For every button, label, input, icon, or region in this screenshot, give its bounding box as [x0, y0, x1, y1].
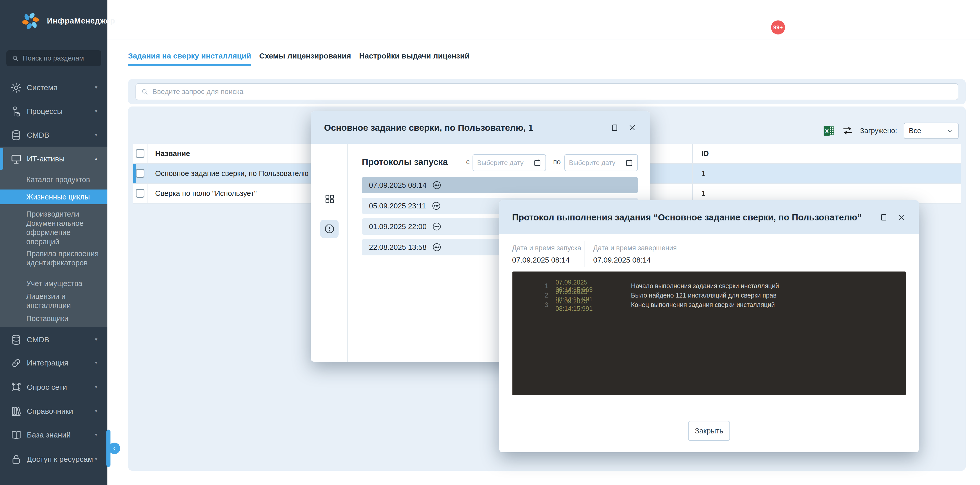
svg-text:X: X: [825, 128, 829, 134]
date-from-input[interactable]: [473, 154, 546, 171]
sidebar-subitem-postavshchiki[interactable]: Поставщики: [0, 311, 107, 326]
chevron-down-icon: ▼: [94, 384, 98, 390]
log-message: Было найдено 121 инсталляций для сверки …: [631, 292, 776, 299]
alert-octagon-icon[interactable]: [320, 220, 339, 238]
sidebar-item-spravochniki[interactable]: Справочники ▼: [0, 399, 107, 423]
monitor-icon: [10, 153, 22, 165]
sidebar-subitem-uchet-imushchestva[interactable]: Учет имущества: [0, 276, 107, 291]
select-all-checkbox[interactable]: [136, 149, 145, 158]
loaded-filter-value: Все: [909, 127, 921, 135]
protocols-section-title: Протоколы запуска: [362, 157, 448, 167]
start-datetime-value: 07.09.2025 08:14: [512, 256, 570, 264]
sidebar-subitem-zhiznennye-cikly[interactable]: Жизненные циклы: [0, 190, 107, 204]
sidebar-item-baza-znaniy[interactable]: База знаний ▼: [0, 423, 107, 447]
collapse-chevron-icon: ‹: [113, 444, 116, 452]
grid-view-icon[interactable]: [324, 193, 335, 204]
loaded-filter-label: Загружено:: [860, 127, 897, 135]
tab-zadaniya-na-sverku[interactable]: Задания на сверку инсталляций: [128, 52, 251, 66]
sidebar-subitem-dokumentalnoe[interactable]: Документальное оформление операций: [0, 223, 107, 242]
tab-bar: Задания на сверку инсталляций Схемы лице…: [128, 52, 469, 66]
sidebar-item-dostup-k-resursam[interactable]: Доступ к ресурсам ▼: [0, 447, 107, 471]
cell-id: 1: [693, 169, 961, 178]
protocols-modal-title: Основное задание сверки, по Пользователю…: [324, 123, 610, 133]
row-checkbox[interactable]: [136, 169, 145, 178]
ellipsis-menu-icon[interactable]: [432, 180, 442, 190]
close-button[interactable]: Закрыть: [688, 421, 730, 441]
execution-modal-title: Протокол выполнения задания “Основное за…: [512, 212, 879, 222]
execution-modal-header: Протокол выполнения задания “Основное за…: [499, 200, 919, 234]
search-icon: [11, 54, 19, 62]
open-book-icon: [10, 429, 22, 441]
date-to-label: по: [553, 158, 561, 166]
sidebar-search[interactable]: [6, 50, 101, 66]
subitem-label: Документальное оформление операций: [26, 219, 100, 246]
execution-log-console: 1 07.09.2025 08:14:15:663 Начало выполне…: [512, 271, 906, 396]
log-message: Начало выполнения задания сверки инсталл…: [631, 282, 779, 290]
sidebar-item-cmdb-2[interactable]: CMDB ▼: [0, 328, 107, 351]
brand-name: ИнфраМенеджер: [47, 16, 115, 26]
sidebar-collapse-button[interactable]: ‹: [109, 443, 120, 454]
sidebar-item-it-aktivy[interactable]: ИТ-активы ▲: [0, 147, 107, 171]
ellipsis-menu-icon[interactable]: [431, 201, 441, 211]
sidebar-item-sistema[interactable]: Система ▼: [0, 76, 107, 99]
sidebar-item-processy[interactable]: Процессы ▼: [0, 100, 107, 123]
protocol-date: 05.09.2025 23:11: [369, 202, 426, 210]
ellipsis-menu-icon[interactable]: [432, 242, 442, 252]
sidebar-subitem-licenzii[interactable]: Лицензии и инсталляции: [0, 293, 107, 309]
sidebar-item-label: Доступ к ресурсам: [27, 455, 94, 464]
row-checkbox[interactable]: [136, 189, 145, 198]
date-to-field[interactable]: [569, 159, 620, 167]
tab-shemy-licenzirovaniya[interactable]: Схемы лицензирования: [259, 52, 351, 66]
chevron-down-icon: [946, 127, 953, 134]
cell-id: 1: [693, 189, 961, 198]
sidebar-item-label: CMDB: [27, 131, 94, 139]
protocol-date: 07.09.2025 08:14: [369, 181, 426, 190]
sidebar-item-label: CMDB: [27, 335, 94, 344]
protocols-modal-side-rail: [311, 144, 348, 362]
sidebar-subitem-katalog-produktov[interactable]: Каталог продуктов: [0, 172, 107, 187]
subitem-label: Жизненные циклы: [26, 192, 90, 201]
field-divider: [584, 241, 585, 266]
end-datetime-label: Дата и время завершения: [593, 244, 677, 252]
sidebar-item-label: ИТ-активы: [27, 155, 94, 163]
row-checkbox-cell: [133, 183, 148, 203]
date-to-input[interactable]: [564, 154, 638, 171]
calendar-icon: [533, 159, 541, 167]
sidebar-search-input[interactable]: [23, 54, 96, 62]
log-line-number: 2: [512, 292, 548, 299]
log-line: 3 07.09.2025 08:14:15:991 Конец выполнен…: [512, 300, 906, 310]
maximize-button[interactable]: [610, 123, 619, 132]
link-icon: [10, 357, 22, 369]
protocol-row[interactable]: 07.09.2025 08:14: [362, 177, 638, 193]
sidebar-subitem-pravila[interactable]: Правила присвоения идентификаторов: [0, 249, 107, 267]
subitem-label: Лицензии и инсталляции: [26, 292, 100, 310]
main-search[interactable]: [135, 83, 958, 100]
protocol-date: 01.09.2025 22:00: [369, 222, 426, 231]
filters-button[interactable]: [842, 125, 853, 137]
column-header-id[interactable]: ID: [693, 149, 961, 158]
log-timestamp: 07.09.2025 08:14:15:991: [555, 298, 622, 312]
chevron-up-icon: ▲: [94, 156, 98, 161]
log-message: Конец выполнения задания сверки инсталля…: [631, 301, 775, 308]
maximize-button[interactable]: [879, 212, 889, 222]
subitem-label: Поставщики: [26, 314, 68, 323]
sidebar-item-integraciya[interactable]: Интеграция ▼: [0, 351, 107, 375]
loaded-filter-select[interactable]: Все: [904, 123, 959, 139]
end-datetime-value: 07.09.2025 08:14: [593, 256, 651, 264]
chevron-down-icon: ▼: [94, 132, 98, 138]
search-icon: [141, 88, 149, 96]
close-icon[interactable]: [897, 213, 906, 222]
tab-nastroyki-vydachi[interactable]: Настройки выдачи лицензий: [359, 52, 469, 66]
execution-modal: Протокол выполнения задания “Основное за…: [499, 200, 919, 452]
close-icon[interactable]: [628, 123, 637, 132]
main-search-input[interactable]: [152, 88, 953, 96]
main-header: [107, 0, 980, 40]
ellipsis-menu-icon[interactable]: [432, 222, 442, 231]
export-excel-button[interactable]: X: [822, 124, 835, 137]
date-from-field[interactable]: [477, 159, 528, 167]
sidebar-item-cmdb[interactable]: CMDB ▼: [0, 123, 107, 147]
log-line-number: 3: [512, 301, 548, 308]
sidebar-item-opros-seti[interactable]: Опрос сети ▼: [0, 375, 107, 399]
sidebar-item-label: Интеграция: [27, 359, 94, 367]
sliders-icon: [842, 125, 853, 137]
